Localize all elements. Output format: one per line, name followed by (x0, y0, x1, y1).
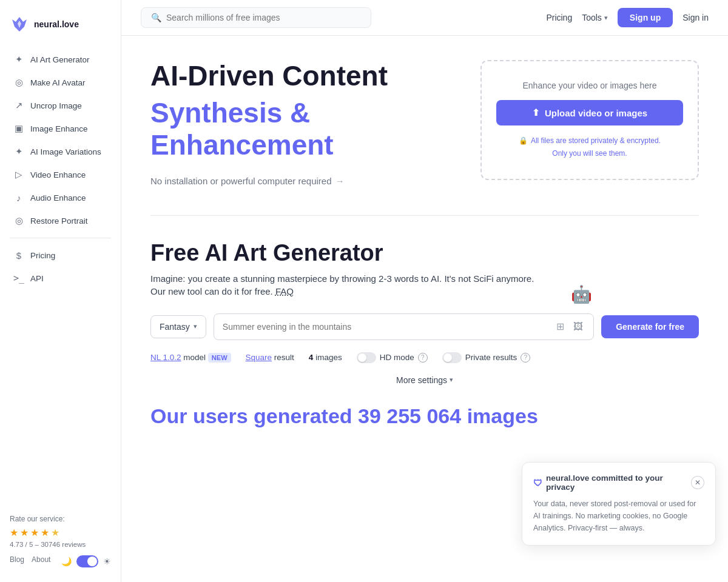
sun-icon: ☀ (103, 557, 111, 566)
star-4: ★ (41, 527, 49, 538)
sidebar-item-uncrop-image[interactable]: ↗ Uncrop Image (4, 95, 117, 116)
star-1: ★ (10, 527, 18, 538)
upload-card: Enhance your video or images here ⬆ Uplo… (480, 60, 699, 180)
private-results-toggle[interactable] (442, 352, 462, 363)
api-icon: >_ (13, 273, 24, 284)
search-bar[interactable]: 🔍 (141, 7, 371, 28)
sidebar-item-pricing[interactable]: $ Pricing (4, 244, 117, 266)
private-help-icon[interactable]: ? (521, 353, 530, 363)
sidebar-item-label: AI Art Generator (30, 55, 90, 64)
privacy-popup-header: 🛡 neural.love committed to your privacy … (533, 473, 704, 492)
sidebar-item-ai-art-generator[interactable]: ✦ AI Art Generator (4, 48, 117, 70)
model-text-label: model (183, 353, 206, 362)
stars-row: ★ ★ ★ ★ ★ (10, 527, 111, 538)
sidebar-item-label: AI Image Variations (30, 147, 101, 156)
sidebar-item-label: Video Enhance (30, 170, 86, 179)
sidebar-item-api[interactable]: >_ API (4, 267, 117, 289)
generator-bar: 🤖 Fantasy ▾ ⊞ 🖼 Generate for free (150, 313, 699, 340)
search-input[interactable] (166, 13, 361, 22)
model-link[interactable]: NL 1.0.2 (150, 353, 181, 362)
toggle-thumb (358, 353, 366, 362)
settings-row: NL 1.0.2 model NEW Square result 4 image… (150, 352, 699, 363)
shield-icon: 🛡 (533, 478, 542, 488)
sidebar-item-image-enhance[interactable]: ▣ Image Enhance (4, 118, 117, 139)
art-section-title: Free AI Art Generator (150, 240, 699, 266)
art-desc-1: Imagine: you create a stunning masterpie… (150, 273, 699, 284)
rating-text: 4.73 / 5 – 30746 reviews (10, 541, 111, 548)
hero-section: AI-Driven Content Synthesis & Enhancemen… (150, 60, 699, 186)
more-settings[interactable]: More settings ▾ (150, 375, 699, 385)
prompt-input[interactable] (223, 322, 548, 332)
sidebar-item-restore-portrait[interactable]: ◎ Restore Portrait (4, 210, 117, 232)
privacy-popup-close[interactable]: ✕ (691, 476, 704, 489)
art-section: Free AI Art Generator Imagine: you creat… (150, 240, 699, 385)
hd-mode-toggle[interactable] (357, 352, 376, 363)
generate-button[interactable]: Generate for free (601, 315, 699, 338)
header-tools-dropdown[interactable]: Tools ▾ (582, 13, 608, 22)
upload-icon: ⬆ (532, 107, 540, 118)
art-desc-2: Our new tool can do it for free. FAQ (150, 286, 699, 296)
star-5: ★ (51, 527, 59, 538)
privacy-popup: 🛡 neural.love committed to your privacy … (522, 462, 716, 546)
sidebar-divider (10, 238, 111, 238)
upload-button[interactable]: ⬆ Upload video or images (496, 100, 683, 125)
toggle-thumb (87, 557, 97, 566)
hd-help-icon[interactable]: ? (418, 353, 428, 363)
style-selector[interactable]: Fantasy ▾ (150, 315, 206, 338)
header-pricing-link[interactable]: Pricing (546, 13, 572, 22)
audio-icon: ♪ (13, 192, 24, 203)
search-icon: 🔍 (151, 13, 161, 22)
hero-text: AI-Driven Content Synthesis & Enhancemen… (150, 60, 456, 186)
star-2: ★ (20, 527, 29, 538)
chevron-down-icon: ▾ (604, 14, 608, 22)
result-link[interactable]: Square (246, 353, 272, 362)
image-upload-icon[interactable]: 🖼 (571, 320, 585, 333)
privacy-title-row: 🛡 neural.love committed to your privacy (533, 473, 691, 492)
video-icon: ▷ (13, 169, 24, 180)
signin-button[interactable]: Sign in (682, 13, 709, 22)
new-badge: NEW (208, 353, 231, 363)
portrait-icon: ◎ (13, 215, 24, 226)
rating-label: Rate our service: (10, 515, 111, 523)
prompt-input-wrap[interactable]: ⊞ 🖼 (214, 313, 594, 340)
sidebar-item-label: Uncrop Image (30, 101, 82, 110)
signup-button[interactable]: Sign up (618, 8, 673, 27)
mascot-image: 🤖 (571, 284, 592, 304)
image-tools: ⊞ 🖼 (553, 320, 585, 333)
blog-link[interactable]: Blog (10, 555, 24, 567)
aspect-ratio-icon[interactable]: ⊞ (553, 320, 567, 333)
faq-link[interactable]: FAQ (275, 286, 294, 296)
upload-card-title: Enhance your video or images here (522, 81, 656, 90)
privacy-popup-text: Your data, never stored post-removal or … (533, 498, 704, 534)
chevron-down-icon: ▾ (194, 323, 197, 330)
sidebar-item-label: API (30, 274, 44, 283)
header: 🔍 Pricing Tools ▾ Sign up Sign in (121, 0, 728, 36)
about-link[interactable]: About (32, 555, 50, 567)
hero-title: AI-Driven Content (150, 60, 456, 92)
logo[interactable]: neural.love (0, 10, 121, 48)
header-right: Pricing Tools ▾ Sign up Sign in (546, 8, 709, 27)
hero-subtitle: Synthesis & Enhancement (150, 97, 456, 161)
privacy-popup-title: neural.love committed to your privacy (546, 473, 691, 492)
sidebar-item-audio-enhance[interactable]: ♪ Audio Enhance (4, 187, 117, 209)
sparkle-icon: ✦ (13, 54, 24, 65)
users-title: Our users generated 39 255 064 images (150, 404, 699, 428)
images-count: 4 (309, 353, 314, 362)
result-text: result (274, 353, 294, 362)
uncrop-icon: ↗ (13, 100, 24, 111)
sidebar-item-label: Restore Portrait (30, 216, 88, 226)
private-results-label: Private results (465, 353, 517, 362)
users-section: Our users generated 39 255 064 images (150, 404, 699, 428)
hd-mode-label: HD mode (380, 353, 414, 362)
toggle-thumb (443, 353, 452, 362)
sidebar-bottom: Rate our service: ★ ★ ★ ★ ★ 4.73 / 5 – 3… (0, 505, 121, 548)
toggle-track[interactable] (76, 555, 98, 567)
tools-label: Tools (582, 13, 602, 22)
sidebar-item-ai-image-variations[interactable]: ✦ AI Image Variations (4, 141, 117, 162)
section-divider (150, 215, 699, 216)
avatar-icon: ◎ (13, 77, 24, 88)
sidebar-item-video-enhance[interactable]: ▷ Video Enhance (4, 164, 117, 186)
variations-icon: ✦ (13, 146, 24, 157)
dark-mode-toggle[interactable]: 🌙 ☀ (61, 555, 111, 567)
sidebar-item-make-ai-avatar[interactable]: ◎ Make AI Avatar (4, 72, 117, 93)
